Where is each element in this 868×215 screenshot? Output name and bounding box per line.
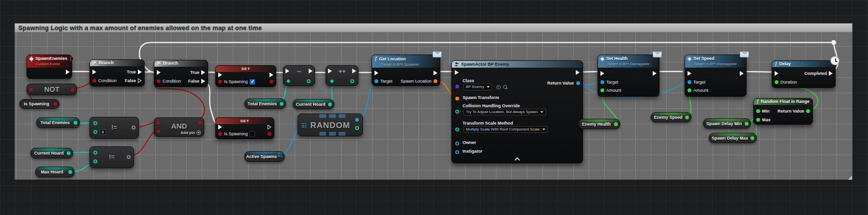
scale-method-dropdown[interactable]: Multiply Scale With Root Component Scale bbox=[464, 126, 548, 133]
var-get-enemy-health[interactable]: Enemy Health bbox=[578, 119, 620, 129]
exec-out-pin[interactable] bbox=[740, 71, 744, 76]
exec-in-pin[interactable] bbox=[688, 71, 691, 76]
neq-output-pin[interactable] bbox=[127, 155, 131, 159]
true-exec-pin[interactable] bbox=[201, 70, 205, 75]
node-not-equal-1[interactable]: != 0 bbox=[90, 117, 139, 139]
var-get-total-enemies[interactable]: Total Enemies bbox=[244, 99, 286, 109]
exec-in-pin[interactable] bbox=[374, 71, 378, 75]
false-exec-pin[interactable] bbox=[201, 79, 205, 84]
float-output-pin[interactable] bbox=[614, 122, 618, 126]
int-output-pin[interactable] bbox=[67, 151, 71, 155]
true-exec-pin[interactable] bbox=[138, 70, 142, 74]
exec-out-pin[interactable] bbox=[576, 70, 580, 75]
condition-pin[interactable] bbox=[92, 79, 96, 83]
exec-out-pin[interactable] bbox=[268, 125, 271, 129]
instigator-pin[interactable] bbox=[455, 150, 459, 154]
bool-in-pin[interactable] bbox=[218, 80, 222, 84]
exec-in-pin[interactable] bbox=[775, 71, 778, 76]
class-pin[interactable] bbox=[455, 85, 459, 88]
browse-asset-icon[interactable] bbox=[503, 85, 508, 89]
collapse-chevron-icon[interactable] bbox=[514, 157, 520, 162]
neq-output-pin[interactable] bbox=[132, 126, 135, 129]
node-decrement[interactable]: -- bbox=[283, 65, 315, 86]
bool-value-checkbox[interactable] bbox=[250, 79, 255, 85]
exec-in-pin[interactable] bbox=[285, 69, 289, 73]
exec-out-pin[interactable] bbox=[269, 72, 273, 77]
exec-out-pin[interactable] bbox=[352, 69, 356, 73]
and-input-a-pin[interactable] bbox=[156, 121, 160, 125]
spawn-transform-pin[interactable] bbox=[455, 97, 459, 100]
add-pin-button[interactable]: Add pin + bbox=[180, 130, 201, 135]
array-output-pin[interactable] bbox=[278, 153, 282, 157]
node-set-health[interactable]: Set Health Target is BPI Damagable Targe… bbox=[598, 55, 659, 97]
amount-pin[interactable] bbox=[688, 88, 691, 92]
max-pin[interactable] bbox=[756, 118, 760, 122]
collision-override-dropdown[interactable]: Try To Adjust Location, But Always Spawn bbox=[464, 109, 546, 115]
min-pin[interactable] bbox=[756, 109, 760, 113]
completed-exec-pin[interactable] bbox=[829, 71, 833, 76]
node-branch-1[interactable]: Branch True Condition False bbox=[90, 59, 145, 86]
exec-out-pin[interactable] bbox=[434, 71, 437, 75]
return-value-pin[interactable] bbox=[576, 81, 580, 85]
blueprint-graph-canvas[interactable]: Spawning Logic with a max amount of enem… bbox=[0, 0, 868, 215]
exec-in-pin[interactable] bbox=[157, 70, 161, 75]
bool-out-pin[interactable] bbox=[268, 132, 271, 136]
use-selected-icon[interactable] bbox=[496, 85, 501, 89]
int-out-pin[interactable] bbox=[350, 79, 354, 83]
var-get-enemy-speed[interactable]: Enemy Speed bbox=[651, 112, 691, 122]
exec-in-pin[interactable] bbox=[218, 125, 222, 129]
spawn-location-pin[interactable] bbox=[434, 79, 437, 83]
var-get-max-hoard[interactable]: Max Hoard bbox=[35, 167, 75, 177]
var-get-current-hoard[interactable]: Current Hoard bbox=[30, 148, 73, 158]
ref-in-pin[interactable] bbox=[286, 79, 290, 83]
false-exec-pin[interactable] bbox=[138, 78, 142, 83]
neq-default-value[interactable]: 0 bbox=[100, 129, 106, 135]
ref-in-pin[interactable] bbox=[330, 79, 334, 83]
int-output-pin[interactable] bbox=[328, 102, 332, 106]
target-pin[interactable] bbox=[688, 80, 691, 84]
neq-input-a-pin[interactable] bbox=[93, 121, 97, 125]
int-output-pin[interactable] bbox=[68, 170, 72, 174]
owner-pin[interactable] bbox=[455, 142, 459, 145]
bool-output-pin[interactable] bbox=[53, 102, 57, 106]
node-random[interactable]: RANDOM bbox=[298, 114, 363, 136]
var-get-is-spawning[interactable]: Is Spawning bbox=[19, 99, 60, 109]
target-pin[interactable] bbox=[600, 80, 604, 84]
node-and[interactable]: AND Add pin + bbox=[154, 117, 204, 137]
bool-value-checkbox[interactable] bbox=[250, 131, 255, 137]
class-dropdown[interactable]: BP Enemy bbox=[464, 84, 492, 90]
node-increment[interactable]: ++ bbox=[326, 65, 359, 86]
exec-in-pin[interactable] bbox=[455, 70, 459, 75]
comment-resize-handle[interactable] bbox=[848, 176, 852, 180]
exec-in-pin[interactable] bbox=[92, 70, 96, 74]
neq-input-b-pin[interactable] bbox=[93, 159, 97, 163]
event-override-icon[interactable] bbox=[70, 57, 74, 60]
array-in-pin[interactable] bbox=[302, 123, 306, 128]
node-spawn-enemies-event[interactable]: SpawnEnemies Custom Event bbox=[27, 55, 72, 79]
node-branch-2[interactable]: Branch True Condition False bbox=[154, 60, 208, 87]
node-set-is-spawning-false[interactable]: SET Is Spawning bbox=[215, 117, 274, 139]
node-get-location[interactable]: Get Location Target is BPI Spawner Targe… bbox=[372, 55, 440, 86]
int-output-pin[interactable] bbox=[280, 102, 284, 106]
node-set-is-spawning-true[interactable]: SET Is Spawning bbox=[215, 65, 276, 87]
var-get-total-enemies[interactable]: Total Enemies bbox=[36, 117, 80, 128]
float-output-pin[interactable] bbox=[685, 115, 689, 119]
bool-out-pin[interactable] bbox=[269, 80, 273, 84]
int-output-pin[interactable] bbox=[74, 121, 77, 125]
condition-pin[interactable] bbox=[157, 79, 161, 83]
not-input-pin[interactable] bbox=[29, 88, 33, 92]
duration-pin[interactable] bbox=[775, 80, 778, 84]
float-output-pin[interactable] bbox=[750, 136, 754, 140]
node-spawn-actor[interactable]: SpawnActor BP Enemy Class BP Enemy Spawn… bbox=[451, 60, 583, 163]
var-get-current-hoard[interactable]: Current Hoard bbox=[293, 99, 334, 109]
object-out-pin[interactable] bbox=[355, 118, 359, 122]
node-delay[interactable]: Delay Completed Duration bbox=[772, 60, 836, 88]
var-get-spawn-delay-min[interactable]: Spawn Delay Min bbox=[703, 118, 751, 129]
int-out-pin[interactable] bbox=[307, 79, 311, 83]
neq-input-b-pin[interactable] bbox=[93, 130, 97, 134]
target-pin[interactable] bbox=[374, 79, 378, 83]
not-output-pin[interactable] bbox=[71, 88, 75, 92]
node-not[interactable]: NOT bbox=[27, 84, 77, 95]
return-value-pin[interactable] bbox=[806, 109, 810, 113]
node-set-speed[interactable]: Set Speed Target is BPI Damagable Target… bbox=[685, 55, 747, 97]
